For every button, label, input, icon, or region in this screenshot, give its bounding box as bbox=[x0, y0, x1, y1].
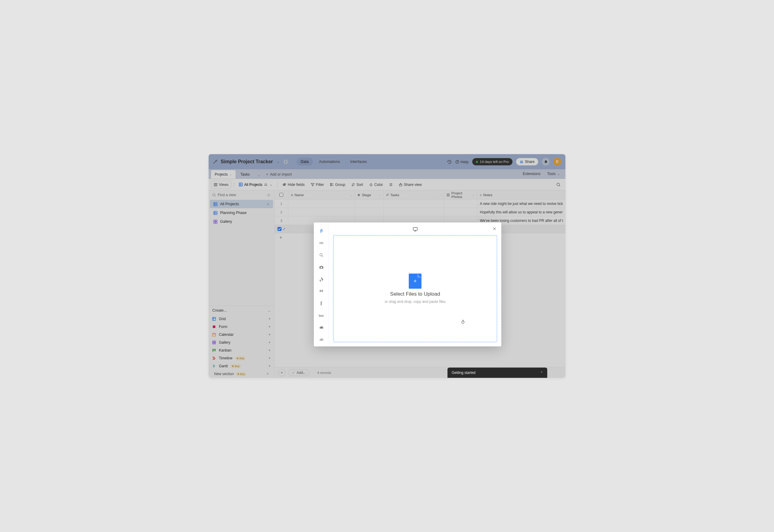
cursor-icon bbox=[461, 319, 466, 324]
source-facebook[interactable]: f bbox=[316, 298, 327, 309]
svg-rect-33 bbox=[321, 242, 323, 244]
dropzone[interactable]: + Select Files to Upload or drag and dro… bbox=[333, 235, 497, 342]
upload-top-bar: ✕ bbox=[333, 225, 497, 233]
svg-rect-37 bbox=[320, 266, 322, 266]
upload-main: ✕ + Select Files to Upload or drag and d… bbox=[329, 222, 501, 346]
svg-point-34 bbox=[320, 254, 322, 256]
source-box[interactable]: box bbox=[316, 310, 327, 321]
file-upload-icon: + bbox=[409, 274, 421, 289]
source-device[interactable] bbox=[316, 225, 327, 236]
close-icon[interactable]: ✕ bbox=[493, 226, 496, 232]
plus-icon: + bbox=[414, 278, 417, 284]
getting-started-label: Getting started bbox=[452, 371, 476, 375]
source-dropbox[interactable] bbox=[316, 286, 327, 297]
svg-rect-38 bbox=[413, 227, 417, 230]
svg-rect-32 bbox=[320, 242, 321, 244]
source-google-drive[interactable] bbox=[316, 274, 327, 285]
svg-point-36 bbox=[320, 267, 322, 268]
chevron-up-icon: ⌃ bbox=[540, 371, 543, 375]
app-window: Simple Project Tracker ⌄ i Data Automati… bbox=[209, 154, 565, 378]
source-camera[interactable] bbox=[316, 262, 327, 273]
monitor-icon bbox=[413, 227, 418, 232]
dropzone-subtitle: or drag and drop, copy and paste files bbox=[385, 300, 445, 304]
source-cloud[interactable] bbox=[316, 334, 327, 345]
upload-modal: f box ✕ + Select Files to Upload or drag… bbox=[314, 222, 501, 346]
dropzone-title: Select Files to Upload bbox=[390, 291, 440, 297]
upload-sources-sidebar: f box bbox=[314, 222, 329, 346]
source-search[interactable] bbox=[316, 250, 327, 261]
getting-started-bar[interactable]: Getting started ⌃ bbox=[447, 368, 547, 378]
source-link[interactable] bbox=[316, 238, 327, 248]
source-onedrive[interactable] bbox=[316, 322, 327, 333]
